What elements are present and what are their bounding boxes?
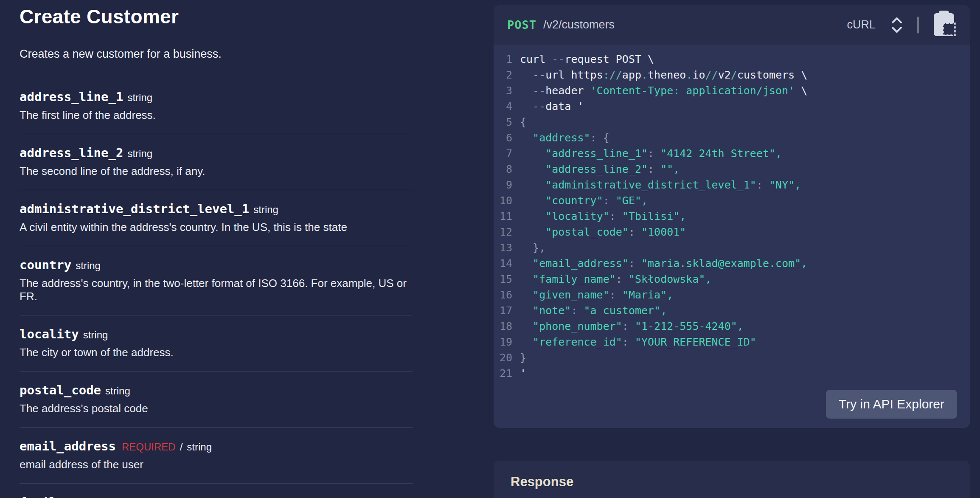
- param-row: family_nameREQUIRED/stringThe last / fam…: [20, 484, 413, 498]
- code-line: 19 "reference_id": "YOUR_REFERENCE_ID": [494, 334, 970, 350]
- code-line: 7 "address_line_1": "4142 24th Street",: [494, 146, 970, 161]
- line-number: 9: [494, 177, 512, 193]
- param-row: address_line_2stringThe second line of t…: [20, 134, 413, 190]
- code-text: "phone_number": "1-212-555-4240",: [520, 318, 744, 334]
- code-text: "family_name": "Skłodowska",: [520, 271, 712, 287]
- param-head: email_addressREQUIRED/string: [20, 439, 413, 453]
- param-row: postal_codestringThe address's postal co…: [20, 371, 413, 428]
- param-type: string: [187, 441, 212, 453]
- param-row: email_addressREQUIRED/stringemail addres…: [20, 428, 413, 484]
- api-docs-page: { "colors": { "page_bg": "#212642", "pan…: [0, 0, 980, 498]
- line-number: 12: [494, 224, 512, 240]
- code-line: 4 --data ': [494, 98, 970, 114]
- response-title: Response: [494, 461, 970, 490]
- param-name: country: [20, 258, 71, 272]
- param-head: administrative_district_level_1string: [20, 202, 413, 216]
- code-line: 21': [494, 366, 970, 381]
- line-number: 11: [494, 208, 512, 224]
- param-type: string: [253, 204, 278, 216]
- code-line: 18 "phone_number": "1-212-555-4240",: [494, 318, 970, 334]
- line-number: 4: [494, 98, 512, 114]
- code-text: "locality": "Tbilisi",: [520, 208, 686, 224]
- param-head: address_line_2string: [20, 146, 413, 160]
- code-text: "note": "a customer",: [520, 303, 667, 318]
- param-name: postal_code: [20, 383, 101, 397]
- code-line: 3 --header 'Content-Type: application/js…: [494, 83, 970, 98]
- code-toolbar: cURL: [847, 10, 956, 39]
- code-text: "address_line_2": "",: [520, 161, 680, 177]
- code-text: "email_address": "maria.sklad@example.co…: [520, 256, 807, 271]
- param-head: localitystring: [20, 327, 413, 341]
- param-description: The second line of the address, if any.: [20, 165, 413, 178]
- endpoint-description: Creates a new customer for a business.: [20, 48, 413, 61]
- code-line: 11 "locality": "Tbilisi",: [494, 208, 970, 224]
- line-number: 1: [494, 51, 512, 67]
- param-head: address_line_1string: [20, 90, 413, 104]
- code-text: curl --request POST \: [520, 51, 654, 67]
- response-panel: Response: [494, 461, 970, 498]
- code-line: 12 "postal_code": "10001": [494, 224, 970, 240]
- line-number: 5: [494, 114, 512, 130]
- line-number: 15: [494, 271, 512, 287]
- code-line: 8 "address_line_2": "",: [494, 161, 970, 177]
- clipboard-copy-icon: [932, 10, 956, 38]
- param-type: string: [105, 385, 130, 397]
- line-number: 6: [494, 130, 512, 146]
- page-title: Create Customer: [20, 5, 413, 28]
- param-required-badge: REQUIRED: [122, 441, 176, 453]
- code-text: "address": {: [520, 130, 609, 146]
- language-selector-value: cURL: [847, 18, 876, 31]
- code-text: "postal_code": "10001": [520, 224, 686, 240]
- param-name: administrative_district_level_1: [20, 202, 249, 216]
- line-number: 16: [494, 287, 512, 303]
- copy-code-button[interactable]: [932, 10, 956, 39]
- language-selector[interactable]: cURL: [847, 15, 904, 35]
- line-number: 21: [494, 366, 512, 381]
- code-line: 2 --url https://app.theneo.io//v2/custom…: [494, 67, 970, 83]
- line-number: 20: [494, 350, 512, 366]
- param-description: email address of the user: [20, 458, 413, 471]
- param-description: The address's country, in the two-letter…: [20, 277, 413, 303]
- code-text: },: [520, 240, 545, 256]
- code-line: 1curl --request POST \: [494, 51, 970, 67]
- param-head: family_nameREQUIRED/string: [20, 495, 413, 498]
- line-number: 14: [494, 256, 512, 271]
- line-number: 7: [494, 146, 512, 161]
- request-sample-panel: POST /v2/customers cURL 1curl --request …: [494, 5, 970, 428]
- code-line: 10 "country": "GE",: [494, 193, 970, 208]
- param-type: string: [76, 260, 101, 272]
- param-list: address_line_1stringThe first line of th…: [20, 78, 413, 498]
- param-description: A civil entity within the address's coun…: [20, 221, 413, 234]
- param-description: The city or town of the address.: [20, 346, 413, 359]
- line-number: 18: [494, 318, 512, 334]
- code-text: --data ': [520, 98, 584, 114]
- try-in-api-explorer-button[interactable]: Try in API Explorer: [826, 390, 957, 419]
- line-number: 13: [494, 240, 512, 256]
- chevron-up-down-icon: [889, 15, 904, 35]
- endpoint-docs: Create Customer Creates a new customer f…: [20, 0, 413, 498]
- code-block: 1curl --request POST \2 --url https://ap…: [494, 45, 970, 381]
- code-line: 9 "administrative_district_level_1": "NY…: [494, 177, 970, 193]
- code-text: "reference_id": "YOUR_REFERENCE_ID": [520, 334, 756, 350]
- code-text: "country": "GE",: [520, 193, 648, 208]
- param-type: string: [83, 329, 108, 341]
- line-number: 19: [494, 334, 512, 350]
- code-line: 6 "address": {: [494, 130, 970, 146]
- code-line: 20}: [494, 350, 970, 366]
- line-number: 8: [494, 161, 512, 177]
- code-text: {: [520, 114, 526, 130]
- param-head: postal_codestring: [20, 383, 413, 397]
- http-method-badge: POST: [507, 18, 536, 31]
- param-type: string: [127, 92, 152, 104]
- code-line: 16 "given_name": "Maria",: [494, 287, 970, 303]
- code-line: 13 },: [494, 240, 970, 256]
- code-text: --url https://app.theneo.io//v2/customer…: [520, 67, 807, 83]
- code-text: "given_name": "Maria",: [520, 287, 673, 303]
- code-text: "administrative_district_level_1": "NY",: [520, 177, 801, 193]
- code-text: }: [520, 350, 526, 366]
- param-name: email_address: [20, 439, 116, 453]
- line-number: 2: [494, 67, 512, 83]
- param-name: locality: [20, 327, 79, 341]
- param-row: localitystringThe city or town of the ad…: [20, 315, 413, 371]
- code-text: "address_line_1": "4142 24th Street",: [520, 146, 782, 161]
